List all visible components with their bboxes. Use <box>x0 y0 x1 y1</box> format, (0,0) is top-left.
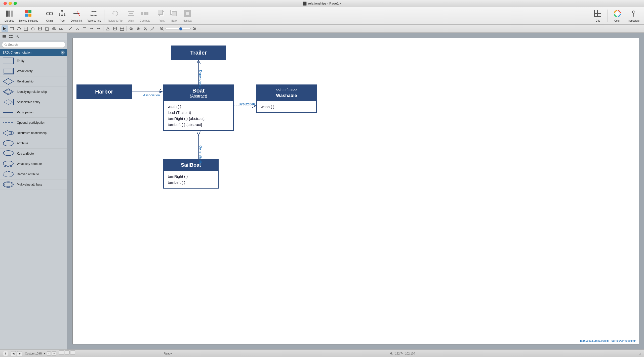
front-icon <box>157 10 166 19</box>
shape-item-associative-entity[interactable]: Associative entity <box>0 97 67 107</box>
tree-button[interactable]: Tree <box>56 9 68 23</box>
tb2-sep-4 <box>157 26 157 31</box>
attribute-preview <box>3 140 14 147</box>
elbow-tool-button[interactable] <box>81 25 88 32</box>
zoom-in-button[interactable] <box>191 25 198 32</box>
prev-page-button[interactable]: ◀ <box>11 351 16 356</box>
canvas-area[interactable]: Trailer Harbor Boat {Abstract} wash ( ) … <box>67 33 644 349</box>
derived-attribute-label: Derived attribute <box>17 172 39 176</box>
libraries-label: Libraries <box>5 19 14 22</box>
canvas[interactable]: Trailer Harbor Boat {Abstract} wash ( ) … <box>72 38 639 344</box>
align-button[interactable]: Align <box>125 9 137 23</box>
svg-rect-30 <box>144 12 146 15</box>
svg-rect-99 <box>3 58 14 64</box>
curve-tool-button[interactable] <box>74 25 81 32</box>
svg-point-79 <box>145 27 146 29</box>
zoom-out-button[interactable] <box>158 25 165 32</box>
lasso-tool-button[interactable] <box>30 25 36 32</box>
maximize-window-button[interactable] <box>14 2 17 5</box>
inspectors-label: Inspectors <box>628 19 639 22</box>
harbor-entity[interactable]: Harbor <box>76 84 132 99</box>
shape-item-relationship[interactable]: Relationship <box>0 76 67 87</box>
shape-item-attribute[interactable]: Attribute <box>0 138 67 149</box>
link-container-button[interactable] <box>51 25 57 32</box>
search-input[interactable] <box>8 43 63 47</box>
back-button[interactable]: Back <box>168 9 180 23</box>
shape-item-weak-entity[interactable]: Weak entity <box>0 66 67 76</box>
minimize-window-button[interactable] <box>9 2 12 5</box>
grid-button[interactable]: Grid <box>592 9 604 23</box>
line-tool-button[interactable] <box>67 25 74 32</box>
panel-list-view-button[interactable] <box>2 34 7 39</box>
zoom-dropdown[interactable]: ▾ <box>44 352 46 355</box>
status-ready: Ready <box>164 352 319 355</box>
close-window-button[interactable] <box>4 2 7 5</box>
browse-solutions-icon <box>24 10 32 19</box>
ellipse-tool-button[interactable] <box>16 25 22 32</box>
panel-grid-view-button[interactable] <box>8 34 14 39</box>
washable-entity[interactable]: <<interface>> Washable wash ( ) <box>256 84 317 113</box>
container-tool-button[interactable] <box>44 25 50 32</box>
vertex-tool-3[interactable] <box>119 25 125 32</box>
attribute-label: Attribute <box>17 142 28 145</box>
shape-item-weak-key-attribute[interactable]: Weak key attribute <box>0 159 67 169</box>
delete-link-button[interactable]: Delete link <box>69 9 85 23</box>
crop-tool-button[interactable] <box>37 25 43 32</box>
shape-item-participation[interactable]: Participation <box>0 107 67 118</box>
inspectors-button[interactable]: Inspectors <box>626 9 641 23</box>
double-arrow-button[interactable] <box>95 25 102 32</box>
zoom-in-tool[interactable] <box>128 25 135 32</box>
pause-button[interactable]: ⏸ <box>3 351 8 356</box>
next-page-button[interactable]: ▶ <box>17 351 22 356</box>
libraries-button[interactable]: Libraries <box>3 9 16 23</box>
view-btn-1[interactable] <box>59 350 64 354</box>
svg-marker-67 <box>97 28 98 29</box>
panel-close-button[interactable]: ✕ <box>61 51 65 55</box>
distribute-button[interactable]: Distribute <box>138 9 152 23</box>
svg-rect-31 <box>146 12 148 15</box>
view-btn-2[interactable] <box>65 350 70 354</box>
zoom-slider[interactable] <box>166 28 191 29</box>
identical-button[interactable]: Identical <box>181 9 194 23</box>
pencil-tool[interactable] <box>149 25 156 32</box>
tree-icon <box>58 10 66 19</box>
person-tool[interactable] <box>142 25 149 32</box>
shape-item-identifying-relationship[interactable]: Identifying relationship <box>0 87 67 97</box>
toolbar-sep-5 <box>608 10 608 22</box>
rectangle-tool-button[interactable] <box>9 25 15 32</box>
shape-item-optional-participation[interactable]: Optional participation <box>0 118 67 128</box>
view-btn-3[interactable] <box>70 350 75 354</box>
svg-rect-93 <box>9 37 11 38</box>
zoom-decrease-button[interactable]: - <box>47 351 51 355</box>
shape-item-entity[interactable]: Entity <box>0 56 67 66</box>
entity-preview <box>3 57 14 65</box>
group-tool-button[interactable] <box>58 25 64 32</box>
pan-tool[interactable] <box>135 25 142 32</box>
sailboat-entity[interactable]: SailBoat turnRight ( ) turnLeft ( ) <box>163 159 219 189</box>
boat-entity[interactable]: Boat {Abstract} wash ( ) load (Trailer t… <box>163 84 234 131</box>
color-button[interactable]: Color <box>611 9 623 23</box>
grid-icon <box>594 10 602 19</box>
rotate-flip-button[interactable]: Rotate & Flip <box>106 9 125 23</box>
sailboat-header: SailBoat <box>164 159 218 171</box>
select-tool-button[interactable] <box>2 25 8 32</box>
browse-solutions-button[interactable]: Browse Solutions <box>17 9 40 23</box>
panel-search-button[interactable] <box>15 34 20 39</box>
table-tool-button[interactable] <box>23 25 29 32</box>
front-button[interactable]: Front <box>155 9 168 23</box>
shape-item-key-attribute[interactable]: Key attribute <box>0 149 67 159</box>
chain-button[interactable]: Chain <box>44 9 56 23</box>
tb2-sep-3 <box>127 26 127 31</box>
svg-line-120 <box>640 354 641 355</box>
svg-rect-11 <box>59 15 60 16</box>
shape-item-derived-attribute[interactable]: Derived attribute <box>0 169 67 180</box>
trailer-entity[interactable]: Trailer <box>171 46 226 60</box>
arrow-tool-button[interactable] <box>88 25 95 32</box>
reverse-link-button[interactable]: Reverse link <box>85 9 103 23</box>
shape-item-multivalue-attribute[interactable]: Multivalue attribute <box>0 180 67 190</box>
zoom-increase-button[interactable]: + <box>52 351 56 355</box>
vertex-tool-1[interactable] <box>105 25 111 32</box>
shape-item-recursive-relationship[interactable]: Recursive relationship <box>0 128 67 138</box>
svg-point-72 <box>114 28 115 29</box>
vertex-tool-2[interactable] <box>112 25 118 32</box>
